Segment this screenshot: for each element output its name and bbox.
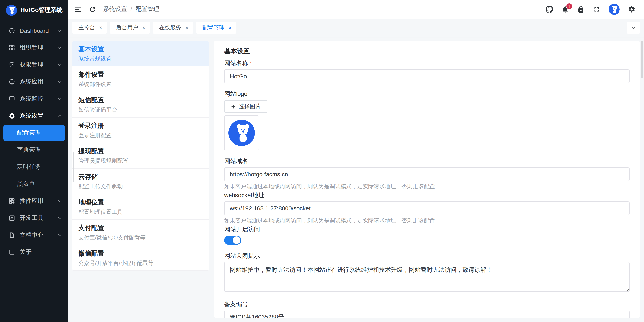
tabbar: 主控台 × 后台用户 × 在线服务 × 配置管理 × [68,19,644,37]
sidebar-subitem-cron[interactable]: 定时任务 [0,158,68,175]
topbar-actions: 1 [546,4,636,15]
sidebar-item-label: 系统设置 [20,112,57,120]
settings-nav-subtitle: 系统常规设置 [78,55,203,62]
document-icon [8,232,15,239]
settings-nav-title: 地理位置 [78,199,203,206]
lock-icon[interactable] [577,5,585,13]
close-icon[interactable]: × [185,25,188,31]
sidebar-item-label: 文档中心 [20,231,57,239]
site-name-input[interactable] [224,69,630,83]
field-label: 网站域名 [224,158,630,164]
app-logo[interactable]: HotGo管理系统 [0,0,68,20]
site-logo-preview[interactable] [224,115,259,150]
plus-icon [230,104,236,109]
close-icon[interactable]: × [99,25,102,31]
sidebar-item-monitor[interactable]: 系统监控 [0,90,68,107]
settings-nav-title: 短信配置 [78,96,203,104]
settings-nav-scrollbar[interactable] [73,152,74,182]
websocket-help: 如果客户端通过本地或内网访问，则认为是调试模式，走实际请求地址，否则走该配置 [224,217,630,225]
sidebar-item-system-settings[interactable]: 系统设置 [0,107,68,124]
sidebar-item-label: 系统应用 [20,78,57,86]
websocket-input[interactable] [224,201,630,215]
sidebar-item-system-apps[interactable]: 系统应用 [0,73,68,90]
chevron-down-icon [57,199,62,204]
sidebar: HotGo管理系统 Dashboard 组织管理 权限管理 系统应用 [0,0,68,322]
breadcrumb-page[interactable]: 配置管理 [136,5,160,13]
site-domain-field: 网站域名 如果客户端通过本地或内网访问，则认为是调试模式，走实际请求地址，否则走… [224,158,630,190]
sidebar-item-plugins[interactable]: 插件应用 [0,193,68,210]
site-name-field: 网站名称 * [224,60,630,83]
sidebar-item-label: 系统监控 [20,95,57,103]
avatar[interactable] [608,4,620,15]
site-name-label: 网站名称 [224,60,248,66]
field-label: 网站logo [224,91,630,97]
choose-image-button[interactable]: 选择图片 [224,100,267,113]
sidebar-subitem-config[interactable]: 配置管理 [4,125,65,141]
icp-label: 备案编号 [224,301,248,307]
close-icon[interactable]: × [142,25,145,31]
topbar: 系统设置 / 配置管理 1 [68,0,644,19]
collapse-menu-icon[interactable] [74,5,82,13]
gear-icon [8,112,15,119]
settings-nav-item-withdraw[interactable]: 提现配置 管理员提现规则配置 [72,143,209,169]
chevron-up-icon [57,113,62,118]
site-domain-help: 如果客户端通过本地或内网访问，则认为是调试模式，走实际请求地址，否则走该配置 [224,183,630,190]
sidebar-item-about[interactable]: 关于 [0,244,68,261]
sidebar-item-label: Dashboard [20,27,57,34]
sidebar-item-devtools[interactable]: 开发工具 [0,210,68,227]
refresh-icon[interactable] [89,5,96,13]
chevron-down-icon [630,25,636,31]
settings-nav-item-login[interactable]: 登录注册 登录注册配置 [72,118,209,143]
sidebar-item-dashboard[interactable]: Dashboard [0,22,68,39]
breadcrumb-section[interactable]: 系统设置 [103,5,127,13]
chevron-down-icon [57,28,62,33]
site-domain-input[interactable] [224,167,630,181]
sidebar-subitem-dictionary[interactable]: 字典管理 [0,141,68,158]
form-title: 基本设置 [224,46,630,54]
github-icon[interactable] [546,5,553,13]
tab-online-service[interactable]: 在线服务 × [153,22,193,34]
sidebar-item-label: 权限管理 [20,61,57,69]
settings-nav-item-storage[interactable]: 云存储 配置上传文件驱动 [72,169,209,194]
tab-dashboard[interactable]: 主控台 × [72,22,106,34]
about-icon [8,249,15,256]
settings-nav-subtitle: 支付宝/微信/QQ支付配置等 [78,234,203,241]
sidebar-subitem-label: 黑名单 [17,180,35,188]
notifications-button[interactable]: 1 [561,5,569,13]
settings-nav-subtitle: 系统邮件设置 [78,81,203,87]
site-logo-field: 网站logo 选择图片 [224,91,630,150]
tab-config[interactable]: 配置管理 × [196,22,236,34]
settings-nav-item-sms[interactable]: 短信配置 短信验证码平台 [72,92,209,118]
breadcrumb-separator: / [130,6,132,13]
sidebar-item-label: 开发工具 [20,214,57,222]
icp-input[interactable] [224,311,630,318]
basic-settings-form: 基本设置 网站名称 * 网站logo 选择图片 [214,41,640,318]
icp-field: 备案编号 [224,301,630,318]
close-tip-textarea[interactable]: 网站维护中，暂时无法访问！本网站正在进行系统维护和技术升级，网站暂时无法访问，敬… [224,262,630,292]
sidebar-subitem-blacklist[interactable]: 黑名单 [0,175,68,193]
site-domain-label: 网站域名 [224,158,248,164]
field-label: 网站名称 * [224,60,630,66]
tabs-menu-button[interactable] [627,22,640,34]
app-logo-icon [6,5,17,16]
tab-admin-users[interactable]: 后台用户 × [110,22,150,34]
sidebar-item-org[interactable]: 组织管理 [0,39,68,56]
app-window: HotGo管理系统 Dashboard 组织管理 权限管理 系统应用 [0,0,644,322]
choose-image-label: 选择图片 [239,103,261,110]
close-icon[interactable]: × [228,25,232,31]
sidebar-item-docs[interactable]: 文档中心 [0,227,68,244]
settings-nav-item-geo[interactable]: 地理位置 配置地理位置工具 [72,194,209,220]
settings-nav-item-wechat[interactable]: 微信配置 公众号/开放平台/小程序配置等 [72,245,209,271]
notification-badge: 1 [566,3,572,9]
settings-nav-item-pay[interactable]: 支付配置 支付宝/微信/QQ支付配置等 [72,220,209,245]
settings-gear-icon[interactable] [628,5,636,13]
settings-nav-item-mail[interactable]: 邮件设置 系统邮件设置 [72,66,209,92]
settings-nav-item-basic[interactable]: 基本设置 系统常规设置 [72,41,209,66]
websocket-field: websocket地址 如果客户端通过本地或内网访问，则认为是调试模式，走实际请… [224,192,630,225]
sidebar-item-permissions[interactable]: 权限管理 [0,56,68,73]
settings-nav-subtitle: 管理员提现规则配置 [78,158,203,164]
page-scrollbar[interactable] [640,41,643,78]
site-open-toggle[interactable] [224,236,241,245]
fullscreen-icon[interactable] [593,5,600,13]
breadcrumb: 系统设置 / 配置管理 [103,5,160,13]
